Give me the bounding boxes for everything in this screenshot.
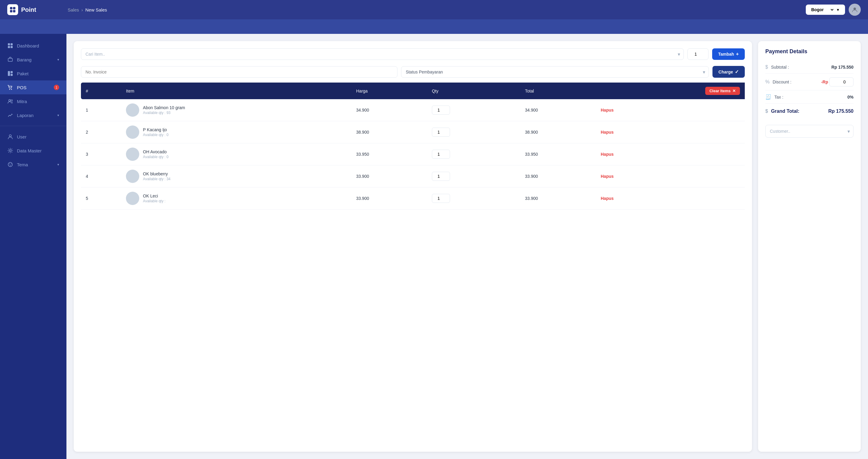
hapus-button[interactable]: Hapus [601,130,614,135]
hapus-button[interactable]: Hapus [601,196,614,201]
clear-items-x-icon: ✕ [733,89,736,93]
sidebar-item-dashboard[interactable]: Dashboard [0,39,66,53]
discount-label: % Discount : [765,79,791,85]
invoice-input[interactable] [81,66,398,78]
item-name: P Kacang Ijo [143,127,168,132]
cell-item: P Kacang Ijo Available qty : 0 [121,121,351,143]
item-name: Abon Salmon 10 gram [143,105,185,110]
item-name: OK blueberry [143,171,170,176]
cell-harga: 38.900 [351,121,427,143]
sidebar-label-data-master: Data Master [17,148,59,153]
cell-no: 2 [81,121,121,143]
sidebar-label-user: User [17,134,59,139]
top-nav: Point Sales › New Sales Bogor Jakarta Ba… [0,0,868,19]
tax-row: 🧾 Tax : 0% [765,90,854,104]
item-thumbnail [126,104,139,117]
payment-status-select[interactable]: Status Pembayaran Lunas Belum Lunas [401,66,709,78]
item-name: OH Avocado [143,149,168,154]
customer-select-wrapper: Customer.. ▾ [765,125,854,138]
svg-point-4 [854,7,856,10]
qty-input[interactable] [687,48,709,60]
grid-icon [7,70,13,77]
discount-row: % Discount : -Rp [765,74,854,90]
cell-qty [427,165,520,188]
cell-total: 38.900 [520,121,596,143]
subtotal-label: $ Subtotal : [765,64,789,70]
tambah-button[interactable]: Tambah + [712,48,745,60]
svg-point-16 [11,100,13,101]
cell-action: Hapus [596,121,745,143]
location-selector[interactable]: Bogor Jakarta Bandung ▾ [806,4,845,15]
row-qty-input[interactable] [432,106,450,115]
cell-action: Hapus [596,188,745,209]
row-qty-input[interactable] [432,127,450,137]
sidebar-item-barang[interactable]: Barang ▾ [0,53,66,66]
tema-chevron-icon: ▾ [57,163,59,167]
avatar[interactable] [849,4,861,16]
subtotal-row: $ Subtotal : Rp 175.550 [765,61,854,74]
hapus-button[interactable]: Hapus [601,174,614,179]
charge-label: Charge [718,69,733,75]
item-name: OK Leci [143,194,165,198]
table-row: 3 OH Avocado Available qty : 0 33.950 33… [81,143,745,165]
cell-item: Abon Salmon 10 gram Available qty : 93 [121,99,351,121]
sidebar-item-paket[interactable]: Paket [0,66,66,80]
sidebar-item-mitra[interactable]: Mitra [0,94,66,108]
row-qty-input[interactable] [432,172,450,181]
item-thumbnail [126,192,139,205]
svg-point-13 [9,89,10,90]
gear-icon [7,148,13,153]
svg-rect-12 [10,74,13,76]
table-row: 4 OK blueberry Available qty : 34 33.900… [81,165,745,188]
cell-total: 34.900 [520,99,596,121]
sidebar-item-user[interactable]: User [0,130,66,144]
col-header-action: Clear Items ✕ [596,83,745,99]
cell-qty [427,99,520,121]
discount-input[interactable] [829,78,854,86]
discount-prefix: -Rp [821,80,828,84]
top-nav-right: Bogor Jakarta Bandung ▾ [806,4,861,16]
clear-items-button[interactable]: Clear Items ✕ [705,87,740,95]
hapus-button[interactable]: Hapus [601,152,614,156]
col-header-harga: Harga [351,83,427,99]
item-search-select[interactable]: Cari Item.. [81,48,684,60]
sidebar-item-data-master[interactable]: Data Master [0,144,66,157]
item-thumbnail [126,125,139,139]
cell-total: 33.950 [520,143,596,165]
sidebar: Dashboard Barang ▾ Paket [0,34,66,459]
app-name: Point [21,6,36,13]
chart-icon [7,112,13,118]
svg-rect-5 [8,43,10,45]
row-qty-input[interactable] [432,194,450,203]
svg-rect-11 [10,71,13,73]
content-area: Cari Item.. ▾ Tambah + Status Pembayaran… [66,34,868,459]
main-panel: Cari Item.. ▾ Tambah + Status Pembayaran… [74,41,752,452]
sidebar-item-tema[interactable]: Tema ▾ [0,157,66,171]
location-dropdown[interactable]: Bogor Jakarta Bandung [810,7,835,12]
cell-action: Hapus [596,143,745,165]
tambah-plus-icon: + [736,51,739,57]
sidebar-item-pos[interactable]: POS 1 [0,80,66,94]
breadcrumb-parent: Sales [68,7,79,12]
cell-item: OK Leci Available qty : [121,188,351,209]
svg-rect-7 [8,46,10,48]
sidebar-item-laporan[interactable]: Laporan ▾ [0,108,66,122]
cell-total: 33.900 [520,165,596,188]
barang-chevron-icon: ▾ [57,58,59,62]
cell-no: 4 [81,165,121,188]
cell-action: Hapus [596,165,745,188]
item-availability: Available qty : 0 [143,155,168,159]
item-search-wrapper: Cari Item.. ▾ [81,48,684,60]
hapus-button[interactable]: Hapus [601,108,614,113]
col-header-total: Total [520,83,596,99]
row-qty-input[interactable] [432,150,450,159]
cell-no: 5 [81,188,121,209]
grand-total-label: $ Grand Total: [765,109,800,114]
charge-button[interactable]: Charge ✓ [712,66,745,78]
cart-icon [7,84,13,90]
customer-select[interactable]: Customer.. [765,125,854,138]
palette-icon [7,162,13,168]
sidebar-label-pos: POS [17,85,50,90]
box-icon [7,57,13,63]
col-header-no: # [81,83,121,99]
